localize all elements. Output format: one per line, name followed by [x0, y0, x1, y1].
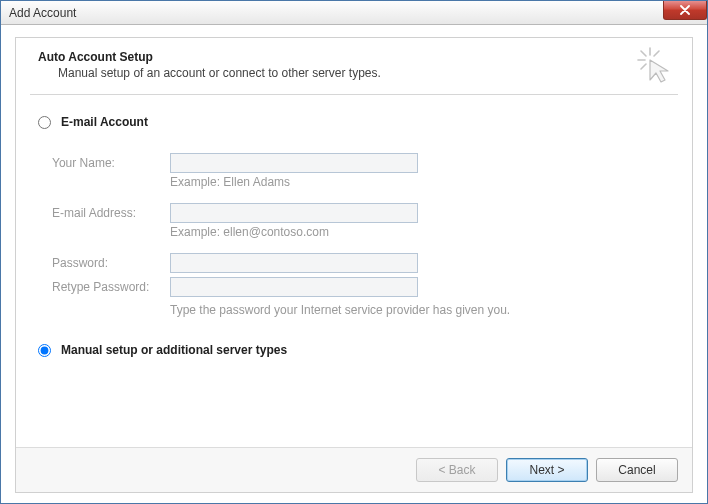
next-button[interactable]: Next >	[506, 458, 588, 482]
panel-subtext: Manual setup of an account or connect to…	[58, 66, 674, 80]
panel-header: Auto Account Setup Manual setup of an ac…	[16, 38, 692, 90]
option-manual-setup[interactable]: Manual setup or additional server types	[38, 343, 670, 357]
retype-password-label: Retype Password:	[52, 280, 170, 294]
password-hint: Type the password your Internet service …	[170, 303, 670, 317]
email-input	[170, 203, 418, 223]
titlebar: Add Account	[1, 1, 707, 25]
email-form: Your Name: Example: Ellen Adams E-mail A…	[52, 153, 670, 317]
cancel-button[interactable]: Cancel	[596, 458, 678, 482]
email-label: E-mail Address:	[52, 206, 170, 220]
option-email-account[interactable]: E-mail Account	[38, 115, 670, 129]
your-name-input	[170, 153, 418, 173]
wizard-panel: Auto Account Setup Manual setup of an ac…	[15, 37, 693, 493]
window-title: Add Account	[9, 6, 76, 20]
close-button[interactable]	[663, 1, 707, 20]
radio-email-account[interactable]	[38, 116, 51, 129]
radio-manual-setup[interactable]	[38, 344, 51, 357]
back-button: < Back	[416, 458, 498, 482]
password-input	[170, 253, 418, 273]
radio-manual-setup-label: Manual setup or additional server types	[61, 343, 287, 357]
password-label: Password:	[52, 256, 170, 270]
svg-line-2	[641, 51, 646, 56]
content-area: Auto Account Setup Manual setup of an ac…	[1, 25, 707, 503]
your-name-hint: Example: Ellen Adams	[170, 175, 670, 189]
panel-body: E-mail Account Your Name: Example: Ellen…	[16, 95, 692, 447]
button-bar: < Back Next > Cancel	[16, 447, 692, 492]
add-account-dialog: Add Account Auto Account Setup Manual se…	[0, 0, 708, 504]
svg-line-3	[654, 51, 659, 56]
email-hint: Example: ellen@contoso.com	[170, 225, 670, 239]
retype-password-input	[170, 277, 418, 297]
your-name-label: Your Name:	[52, 156, 170, 170]
close-icon	[679, 5, 691, 15]
cursor-click-icon	[636, 46, 674, 84]
svg-line-4	[641, 64, 646, 69]
panel-heading: Auto Account Setup	[38, 50, 674, 64]
radio-email-account-label: E-mail Account	[61, 115, 148, 129]
